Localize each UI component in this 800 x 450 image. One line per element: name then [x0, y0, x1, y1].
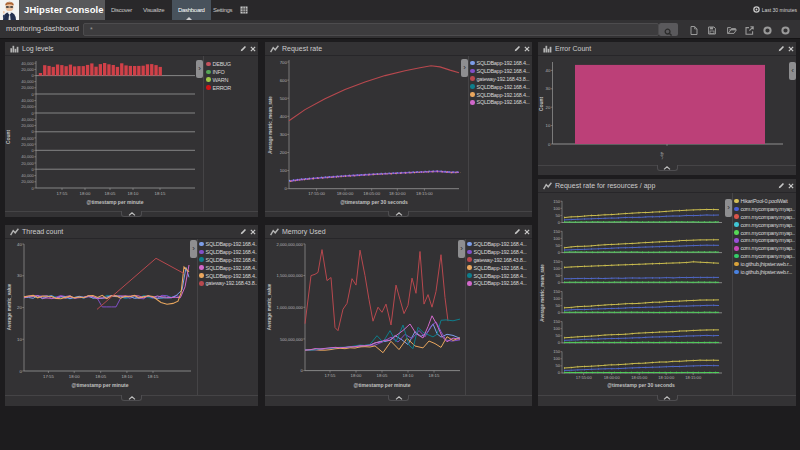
- svg-text:40,000: 40,000: [21, 98, 34, 103]
- svg-text:0: 0: [548, 142, 551, 147]
- svg-text:18:10:00: 18:10:00: [658, 375, 675, 380]
- svg-text:150: 150: [553, 259, 561, 264]
- svg-text:0: 0: [32, 129, 35, 134]
- svg-text:0: 0: [32, 92, 35, 97]
- svg-text:40,000: 40,000: [21, 136, 34, 141]
- svg-text:50: 50: [555, 333, 560, 338]
- svg-text:Count: Count: [5, 129, 11, 144]
- svg-text:10: 10: [17, 337, 22, 342]
- svg-text:18:05: 18:05: [95, 374, 106, 379]
- svg-text:150: 150: [553, 319, 561, 324]
- svg-text:0: 0: [32, 167, 35, 172]
- svg-text:20: 20: [17, 305, 22, 310]
- svg-text:40,000: 40,000: [21, 173, 34, 178]
- svg-text:100: 100: [553, 206, 561, 211]
- svg-text:18:05: 18:05: [105, 191, 116, 196]
- svg-text:@timestamp per 30 seconds: @timestamp per 30 seconds: [607, 382, 675, 388]
- svg-text:0: 0: [301, 368, 304, 373]
- svg-text:@timestamp per 30 seconds: @timestamp per 30 seconds: [340, 199, 408, 205]
- svg-text:150: 150: [553, 349, 561, 354]
- svg-text:18:10: 18:10: [128, 191, 139, 196]
- svg-text:18:00: 18:00: [69, 374, 80, 379]
- svg-text:1,500,000,000: 1,500,000,000: [277, 273, 304, 278]
- svg-text:17:55: 17:55: [43, 374, 54, 379]
- svg-text:18:10:00: 18:10:00: [389, 191, 406, 196]
- svg-text:Count: Count: [538, 96, 544, 111]
- svg-text:150: 150: [553, 199, 561, 204]
- svg-text:150: 150: [553, 289, 561, 294]
- svg-text:700: 700: [280, 60, 288, 65]
- svg-text:10: 10: [546, 123, 551, 128]
- svg-text:100: 100: [553, 266, 561, 271]
- svg-text:18:00:00: 18:00:00: [604, 375, 621, 380]
- svg-text:40,000: 40,000: [21, 61, 34, 66]
- svg-text:18:10: 18:10: [122, 374, 133, 379]
- svg-text:20,000: 20,000: [21, 142, 34, 147]
- svg-text:0: 0: [558, 310, 561, 315]
- svg-text:40,000: 40,000: [21, 154, 34, 159]
- svg-text:50: 50: [555, 303, 560, 308]
- svg-text:100: 100: [553, 326, 561, 331]
- svg-text:500,000,000: 500,000,000: [280, 337, 303, 342]
- svg-text:18:05:00: 18:05:00: [363, 191, 380, 196]
- svg-text:20,000: 20,000: [21, 85, 34, 90]
- svg-text:0: 0: [32, 111, 35, 116]
- svg-text:@timestamp per minute: @timestamp per minute: [72, 382, 129, 388]
- svg-text:17:55: 17:55: [57, 191, 68, 196]
- svg-text:Average metric_mean_rate: Average metric_mean_rate: [540, 264, 545, 322]
- svg-text:40: 40: [17, 242, 22, 247]
- svg-text:20: 20: [546, 105, 551, 110]
- svg-text:0: 0: [558, 370, 561, 375]
- svg-text:30: 30: [546, 86, 551, 91]
- svg-text:50: 50: [555, 243, 560, 248]
- svg-text:18:15: 18:15: [429, 373, 440, 378]
- svg-text:40,000: 40,000: [21, 79, 34, 84]
- svg-text:40: 40: [546, 68, 551, 73]
- svg-text:0: 0: [32, 73, 35, 78]
- svg-text:0: 0: [284, 186, 287, 191]
- svg-text:0: 0: [558, 220, 561, 225]
- svg-text:18:10: 18:10: [403, 373, 414, 378]
- svg-text:0: 0: [32, 186, 35, 191]
- svg-text:40,000: 40,000: [21, 117, 34, 122]
- svg-text:18:00: 18:00: [351, 373, 362, 378]
- svg-text:Average metric_mean_rate: Average metric_mean_rate: [268, 96, 273, 154]
- svg-text:100: 100: [553, 236, 561, 241]
- svg-text:100: 100: [553, 296, 561, 301]
- svg-text:17:55:00: 17:55:00: [576, 375, 593, 380]
- svg-text:100: 100: [280, 168, 288, 173]
- svg-text:500: 500: [280, 96, 288, 101]
- svg-text:20,000: 20,000: [21, 179, 34, 184]
- svg-text:150: 150: [553, 229, 561, 234]
- svg-text:20,000: 20,000: [21, 123, 34, 128]
- svg-text:30: 30: [17, 273, 22, 278]
- svg-text:@timestamp per minute: @timestamp per minute: [354, 382, 411, 388]
- svg-text:2,000,000,000: 2,000,000,000: [277, 242, 304, 247]
- svg-text:300: 300: [280, 132, 288, 137]
- svg-text:17:55: 17:55: [325, 373, 336, 378]
- svg-text:50: 50: [555, 213, 560, 218]
- svg-text:0: 0: [19, 369, 22, 374]
- svg-text:@timestamp per minute: @timestamp per minute: [87, 199, 144, 205]
- svg-text:Average metric_value: Average metric_value: [7, 283, 12, 330]
- svg-text:0: 0: [558, 280, 561, 285]
- svg-text:0: 0: [32, 148, 35, 153]
- svg-text:600: 600: [280, 78, 288, 83]
- svg-text:_all: _all: [657, 151, 665, 160]
- svg-text:20,000: 20,000: [21, 67, 34, 72]
- svg-text:20,000: 20,000: [21, 161, 34, 166]
- svg-text:0: 0: [558, 250, 561, 255]
- svg-text:0: 0: [558, 340, 561, 345]
- svg-text:20,000: 20,000: [21, 104, 34, 109]
- svg-text:400: 400: [280, 114, 288, 119]
- svg-text:18:00: 18:00: [80, 191, 91, 196]
- svg-text:17:55:00: 17:55:00: [308, 191, 325, 196]
- svg-text:18:15: 18:15: [148, 374, 159, 379]
- svg-text:100: 100: [553, 356, 561, 361]
- svg-text:200: 200: [280, 150, 288, 155]
- svg-text:18:00:00: 18:00:00: [337, 191, 354, 196]
- svg-text:50: 50: [555, 273, 560, 278]
- svg-text:Average metric_value: Average metric_value: [267, 283, 272, 330]
- svg-text:18:15:00: 18:15:00: [685, 375, 702, 380]
- svg-text:1,000,000,000: 1,000,000,000: [277, 305, 304, 310]
